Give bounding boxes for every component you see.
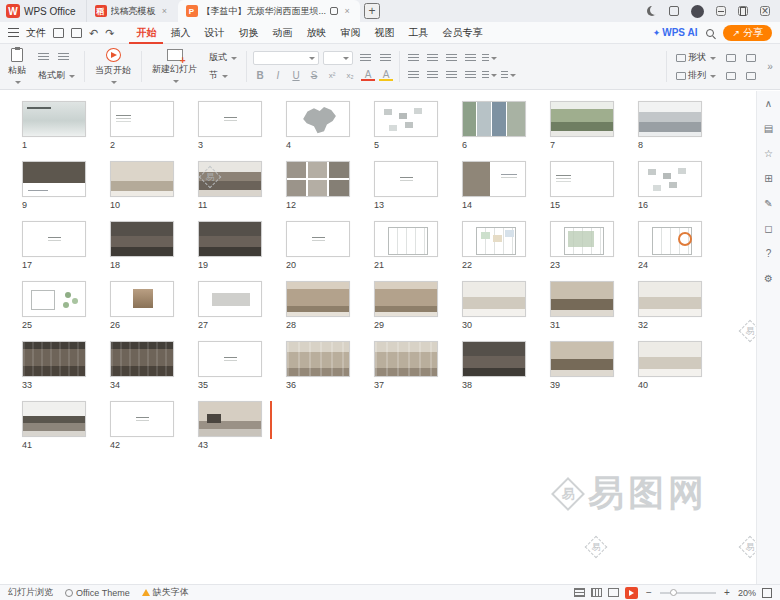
slide-thumbnail[interactable]: 39 [550,341,638,401]
slide-thumbnail[interactable]: 2 [110,101,198,161]
slide-thumbnail[interactable]: 13 [374,161,462,221]
increase-indent-button[interactable] [463,52,478,65]
redo-icon[interactable]: ↷ [105,28,114,38]
align-right-button[interactable] [444,69,459,82]
slide-thumbnail[interactable]: 42 [110,401,198,461]
slide-preview[interactable] [22,341,86,377]
slide-thumbnail[interactable]: 16 [638,161,726,221]
slide-thumbnail[interactable]: 37 [374,341,462,401]
slideshow-button[interactable] [625,587,638,599]
shapes-button[interactable]: 形状 [673,51,719,65]
slide-thumbnail[interactable]: 34 [110,341,198,401]
shape-icon[interactable]: ◻ [762,221,776,235]
slide-thumbnail[interactable]: 33 [22,341,110,401]
normal-view-button[interactable] [574,588,585,597]
paste-button[interactable]: 粘贴 [4,47,30,86]
reading-view-button[interactable] [608,588,619,597]
slide-preview[interactable] [374,161,438,197]
slide-thumbnail[interactable]: 31 [550,281,638,341]
slide-thumbnail[interactable]: 18 [110,221,198,281]
bold-button[interactable]: B [253,69,267,82]
slide-thumbnail[interactable]: 23 [550,221,638,281]
slide-thumbnail[interactable]: 26 [110,281,198,341]
slide-thumbnail[interactable]: 6 [462,101,550,161]
slide-preview[interactable] [374,281,438,317]
slide-preview[interactable] [462,221,526,257]
slide-preview[interactable] [374,101,438,137]
slide-preview[interactable] [462,101,526,137]
slide-thumbnail[interactable]: 20 [286,221,374,281]
slide-preview[interactable] [286,341,350,377]
favorite-icon[interactable]: ☆ [762,146,776,160]
slide-thumbnail[interactable]: 5 [374,101,462,161]
slide-thumbnail[interactable]: 10 [110,161,198,221]
menu-tab[interactable]: 视图 [367,22,401,44]
menu-tab[interactable]: 切换 [231,22,265,44]
slide-preview[interactable] [110,281,174,317]
slide-thumbnail[interactable]: 15 [550,161,638,221]
minimize-button[interactable] [716,6,726,16]
slide-thumbnail[interactable]: 36 [286,341,374,401]
help-icon[interactable]: ? [762,246,776,260]
group-objects-button[interactable] [743,69,759,83]
slide-thumbnail[interactable]: 43 [198,401,286,461]
menu-tab[interactable]: 放映 [299,22,333,44]
zoom-in-button[interactable] [722,587,732,599]
align-objects-button[interactable] [723,69,739,83]
slide-preview[interactable] [286,281,350,317]
slide-preview[interactable] [286,101,350,137]
cut-button[interactable] [35,51,51,65]
user-avatar[interactable] [691,5,704,18]
slide-preview[interactable] [638,221,702,257]
slide-preview[interactable] [638,161,702,197]
slide-thumbnail[interactable]: 21 [374,221,462,281]
slide-preview[interactable] [638,281,702,317]
slide-preview[interactable] [550,161,614,197]
layout-button[interactable]: 版式 [206,51,240,65]
maximize-button[interactable] [738,6,748,16]
slide-preview[interactable] [286,221,350,257]
slide-preview[interactable] [550,341,614,377]
zoom-slider-knob[interactable] [670,589,677,596]
picture-button[interactable] [743,51,759,65]
menu-tab[interactable]: 动画 [265,22,299,44]
slide-preview[interactable] [110,401,174,437]
slide-preview[interactable] [286,161,350,197]
slide-preview[interactable] [638,341,702,377]
slide-thumbnail[interactable]: 32 [638,281,726,341]
format-painter-button[interactable]: 格式刷 [35,69,78,83]
strikethrough-button[interactable]: S [307,69,321,82]
ribbon-expander-button[interactable] [764,47,776,86]
pane-icon[interactable]: ▤ [762,121,776,135]
line-spacing-button[interactable] [482,52,497,65]
font-color-button[interactable]: A [361,70,375,81]
decrease-indent-button[interactable] [444,52,459,65]
print-icon[interactable] [71,28,82,38]
slide-preview[interactable] [198,401,262,437]
slide-thumbnail[interactable]: 9 [22,161,110,221]
edit-icon[interactable]: ✎ [762,196,776,210]
slide-thumbnail[interactable]: 25 [22,281,110,341]
slide-preview[interactable] [198,221,262,257]
slide-thumbnail[interactable]: 17 [22,221,110,281]
slide-preview[interactable] [462,281,526,317]
numbering-button[interactable] [425,52,440,65]
decrease-font-button[interactable] [377,51,393,65]
italic-button[interactable]: I [271,69,285,82]
slide-preview[interactable] [110,341,174,377]
undo-icon[interactable]: ↶ [89,28,98,38]
superscript-button[interactable]: x² [325,69,339,82]
doc-tab-template-store[interactable]: 稻 找稿亮模板 × [86,0,178,22]
slide-thumbnail[interactable]: 12 [286,161,374,221]
highlight-color-button[interactable]: A [379,70,393,81]
slide-preview[interactable] [638,101,702,137]
missing-font-alert[interactable]: 缺失字体 [142,586,189,599]
arrange-button[interactable]: 排列 [673,69,719,83]
menu-tab[interactable]: 会员专享 [435,22,489,44]
increase-font-button[interactable] [357,51,373,65]
align-left-button[interactable] [406,69,421,82]
text-direction-button[interactable] [482,69,497,82]
slide-thumbnail[interactable]: 22 [462,221,550,281]
slide-thumbnail[interactable]: 35 [198,341,286,401]
close-button[interactable] [760,6,770,16]
